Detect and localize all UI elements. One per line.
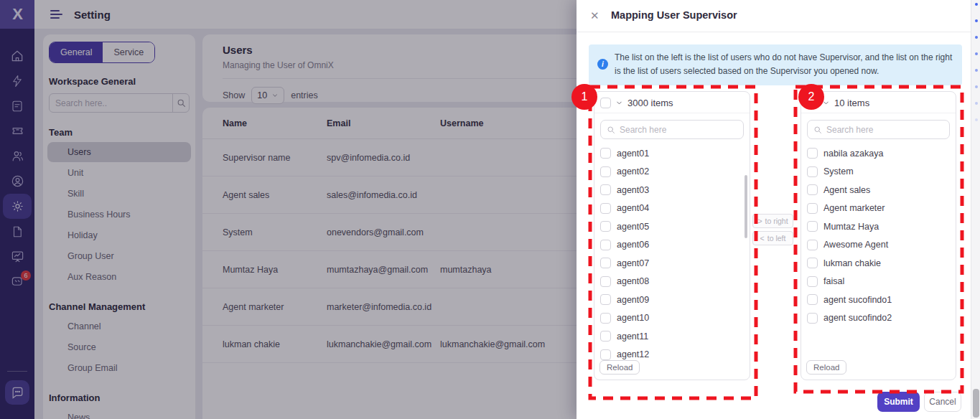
- scrollbar-thumb[interactable]: [973, 389, 979, 418]
- checkbox[interactable]: [807, 240, 818, 250]
- left-list-scrollbar[interactable]: [745, 175, 747, 238]
- user-option[interactable]: Awesome Agent: [801, 236, 956, 255]
- checkbox[interactable]: [807, 203, 818, 214]
- right-list-items: nabila azakayaSystemAgent salesAgent mar…: [801, 143, 956, 327]
- user-option[interactable]: nabila azakaya: [801, 144, 956, 163]
- user-option-label: Mumtaz Haya: [823, 222, 879, 232]
- checkbox[interactable]: [600, 276, 611, 287]
- user-option-label: nabila azakaya: [823, 149, 883, 159]
- search-icon: [607, 126, 615, 134]
- user-option[interactable]: agent08: [594, 273, 750, 291]
- user-option-label: Agent sales: [823, 185, 870, 195]
- to-left-label: to left: [767, 234, 786, 243]
- checkbox[interactable]: [600, 203, 611, 214]
- user-option[interactable]: agent10: [594, 309, 750, 328]
- left-count-label: 3000 items: [627, 98, 673, 108]
- user-option-label: faisal: [823, 276, 844, 286]
- checkbox[interactable]: [600, 294, 611, 305]
- user-option-label: Awesome Agent: [823, 240, 888, 250]
- user-option-label: agent sucofindo2: [823, 313, 892, 323]
- unassigned-users-list: 3000 items agent01agent02agent03agent04a…: [594, 91, 750, 380]
- checkbox[interactable]: [600, 258, 611, 268]
- user-option[interactable]: agent01: [594, 144, 750, 163]
- user-option[interactable]: agent05: [594, 217, 750, 236]
- checkbox[interactable]: [600, 221, 611, 232]
- user-option[interactable]: agent sucofindo1: [801, 291, 956, 309]
- user-option-label: agent03: [617, 185, 649, 195]
- info-text: The list on the left is the list of user…: [615, 51, 953, 79]
- left-reload-button[interactable]: Reload: [599, 360, 640, 375]
- user-option-label: agent12: [617, 349, 649, 359]
- chevron-right-icon: >: [757, 217, 762, 225]
- right-search-input[interactable]: [826, 125, 943, 135]
- checkbox[interactable]: [600, 331, 611, 342]
- user-option[interactable]: agent09: [594, 291, 750, 309]
- left-search: [600, 120, 744, 139]
- modal-title: Mapping User Supervisor: [611, 9, 737, 21]
- user-option-label: agent sucofindo1: [823, 295, 892, 305]
- checkbox[interactable]: [600, 240, 611, 250]
- transfer-controls: > to right < to left: [752, 214, 793, 245]
- user-option[interactable]: Mumtaz Haya: [801, 217, 956, 236]
- checkbox[interactable]: [807, 148, 818, 159]
- right-reload-button[interactable]: Reload: [806, 360, 846, 375]
- chevron-left-icon: <: [760, 234, 765, 243]
- checkbox[interactable]: [600, 349, 611, 360]
- checkbox[interactable]: [600, 166, 611, 177]
- user-option[interactable]: System: [801, 163, 956, 182]
- assigned-users-list: 10 items nabila azakayaSystemAgent sales…: [801, 91, 956, 380]
- user-option-label: Agent marketer: [823, 203, 885, 213]
- chevron-down-icon[interactable]: [822, 99, 830, 107]
- checkbox[interactable]: [807, 166, 818, 177]
- checkbox[interactable]: [600, 313, 611, 324]
- left-search-input[interactable]: [620, 125, 737, 135]
- to-right-button[interactable]: > to right: [752, 214, 793, 228]
- user-option-label: agent04: [617, 203, 649, 213]
- checkbox[interactable]: [807, 313, 818, 324]
- user-option[interactable]: agent sucofindo2: [801, 309, 956, 328]
- user-option[interactable]: agent11: [594, 327, 750, 346]
- user-option-label: agent09: [617, 295, 649, 305]
- user-option-label: lukman chakie: [823, 258, 881, 268]
- checkbox[interactable]: [807, 184, 818, 195]
- user-option-label: agent05: [617, 222, 649, 232]
- checkbox[interactable]: [807, 258, 818, 268]
- user-option-label: System: [823, 166, 854, 176]
- user-option-label: agent10: [617, 313, 649, 323]
- to-left-button[interactable]: < to left: [752, 231, 793, 245]
- cancel-button[interactable]: Cancel: [924, 392, 961, 412]
- submit-button[interactable]: Submit: [877, 392, 920, 412]
- close-icon[interactable]: ✕: [590, 9, 599, 22]
- user-option-label: agent07: [617, 258, 649, 268]
- user-option[interactable]: agent06: [594, 236, 750, 255]
- chevron-down-icon[interactable]: [615, 99, 623, 107]
- user-option[interactable]: agent03: [594, 181, 750, 199]
- user-option-label: agent06: [617, 240, 649, 250]
- user-option-label: agent11: [617, 331, 648, 342]
- user-option[interactable]: Agent sales: [801, 181, 956, 199]
- to-right-label: to right: [765, 217, 788, 225]
- user-option[interactable]: faisal: [801, 273, 956, 291]
- right-search: [807, 120, 950, 139]
- search-icon: [813, 126, 822, 134]
- user-option-label: agent02: [617, 166, 649, 176]
- checkbox[interactable]: [600, 184, 611, 195]
- mapping-user-supervisor-modal: ✕ Mapping User Supervisor i The list on …: [577, 0, 971, 419]
- checkbox[interactable]: [807, 221, 818, 232]
- user-option[interactable]: agent07: [594, 254, 750, 273]
- select-all-right-checkbox[interactable]: [807, 98, 818, 108]
- user-option[interactable]: lukman chakie: [801, 254, 956, 273]
- select-all-left-checkbox[interactable]: [600, 98, 611, 108]
- page-scrollbar[interactable]: [971, 0, 980, 419]
- modal-divider: [577, 32, 971, 32]
- info-icon: i: [597, 59, 608, 70]
- left-list-items: agent01agent02agent03agent04agent05agent…: [594, 143, 750, 364]
- user-option[interactable]: agent02: [594, 163, 750, 182]
- checkbox[interactable]: [600, 148, 611, 159]
- user-option[interactable]: Agent marketer: [801, 199, 956, 218]
- checkbox[interactable]: [807, 294, 818, 305]
- checkbox[interactable]: [807, 276, 818, 287]
- user-option-label: agent08: [617, 276, 649, 286]
- right-count-label: 10 items: [834, 98, 869, 108]
- user-option[interactable]: agent04: [594, 199, 750, 218]
